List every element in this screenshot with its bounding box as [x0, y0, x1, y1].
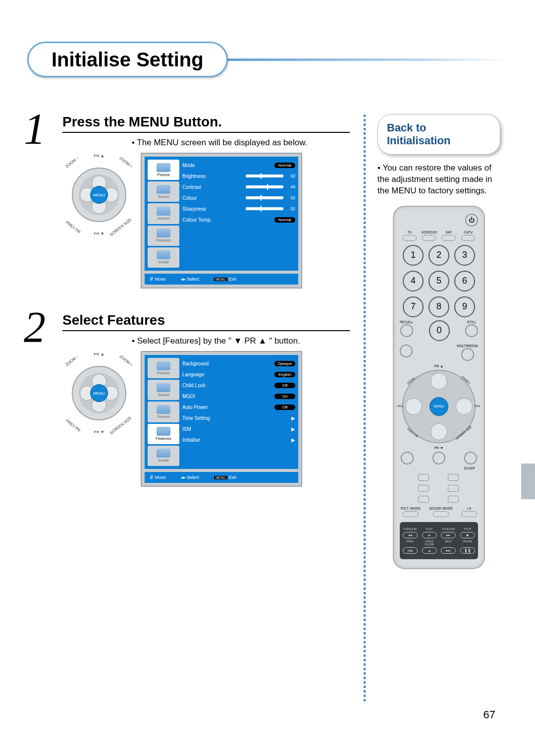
- osd-nav-screen[interactable]: Screen: [148, 203, 179, 224]
- osd-screenshot: PictureSoundScreenFeaturesInstallBackgro…: [141, 351, 302, 487]
- small-button-0[interactable]: [418, 474, 429, 481]
- sidebar-column: Back to Initialisation You can restore t…: [366, 114, 500, 701]
- osd-nav-sound[interactable]: Sound: [148, 181, 179, 202]
- osd-nav-picture[interactable]: Picture: [148, 160, 179, 180]
- step-heading: Select Features: [62, 312, 350, 328]
- pr-down-button[interactable]: [430, 423, 447, 440]
- info-button[interactable]: [400, 345, 413, 357]
- osd-row[interactable]: Colour Temp.Normal: [182, 214, 295, 225]
- digit-3[interactable]: 3: [454, 245, 475, 266]
- osd-row[interactable]: Sharpness32: [182, 203, 295, 214]
- pr-up-button[interactable]: [430, 373, 447, 390]
- osd-row[interactable]: LanguageEnglish: [182, 369, 295, 380]
- title-banner: Initialise Setting: [27, 37, 508, 82]
- dpad-thumbnail: PR ▲ ZOOM –ZOOM + MENU PREV PRSCREEN SIZ…: [64, 351, 134, 435]
- digit-9[interactable]: 9: [454, 296, 475, 317]
- source-tv[interactable]: TV: [400, 231, 420, 241]
- instruction-column: 1 Press the MENU Button. • The MENU scre…: [35, 114, 364, 701]
- menu-button[interactable]: MENU: [90, 186, 108, 204]
- digit-7[interactable]: 7: [403, 296, 424, 317]
- small-button-1[interactable]: [448, 474, 459, 481]
- transport-play[interactable]: ▸: [422, 532, 437, 538]
- recall-button[interactable]: [400, 324, 413, 337]
- osd-row[interactable]: ISM▶: [182, 423, 295, 434]
- osd-nav-sound[interactable]: Sound: [148, 380, 179, 400]
- mute-button[interactable]: [401, 452, 414, 465]
- digit-5[interactable]: 5: [428, 271, 449, 291]
- osd-row[interactable]: Initialise▶: [182, 434, 295, 445]
- vol-down-button[interactable]: [405, 398, 422, 415]
- osd-row[interactable]: Brightness32: [182, 171, 295, 181]
- source-catv[interactable]: CATV: [459, 231, 479, 241]
- step-number: 1: [24, 107, 46, 151]
- osd-row[interactable]: Contrast48: [182, 181, 295, 192]
- dpad-thumbnail: PR ▲ ZOOM –ZOOM + MENU PREV PRSCREEN SIZ…: [64, 153, 134, 237]
- osd-screenshot: PictureSoundScreenFeaturesInstallModeNor…: [141, 153, 302, 289]
- osd-nav-screen[interactable]: Screen: [148, 402, 179, 422]
- transport-pause[interactable]: ❚❚: [460, 547, 475, 554]
- step-number: 2: [24, 305, 46, 349]
- transport-prev[interactable]: |◂◂: [403, 547, 418, 554]
- sound-mode-button[interactable]: [433, 511, 449, 517]
- digit-4[interactable]: 4: [403, 271, 424, 291]
- vol-up-button[interactable]: [456, 398, 473, 415]
- step-bullet: • Select [Features] by the " ▼ PR ▲ " bu…: [132, 336, 350, 346]
- digit-1[interactable]: 1: [403, 245, 424, 266]
- pict-mode-button[interactable]: [403, 511, 419, 517]
- back-to-initialisation-card: Back to Initialisation: [377, 114, 500, 155]
- title-pill: Initialise Setting: [27, 42, 228, 77]
- remote-control-diagram: ⏻ TVVCR/DVDSATCATV 123456789 RECALL 0 ST…: [393, 206, 485, 569]
- restore-note: You can restore the values of the adjust…: [377, 163, 500, 197]
- digit-0[interactable]: 0: [429, 320, 450, 341]
- step-heading: Press the MENU Button.: [62, 114, 350, 130]
- small-button-5[interactable]: [448, 496, 459, 503]
- osd-row[interactable]: Time Setting▶: [182, 412, 295, 423]
- transport-f.r/slow[interactable]: ◂◂: [403, 532, 418, 538]
- transport-next[interactable]: ▸▸|: [441, 547, 456, 554]
- osd-nav-install[interactable]: Install: [148, 247, 179, 268]
- osd-row[interactable]: ModeNormal: [182, 160, 295, 171]
- small-button-3[interactable]: [448, 485, 459, 492]
- step-1: 1 Press the MENU Button. • The MENU scre…: [35, 114, 350, 289]
- menu-button[interactable]: MENU: [90, 384, 108, 402]
- page-number: 67: [483, 708, 495, 721]
- digit-6[interactable]: 6: [454, 271, 475, 291]
- transport-stop[interactable]: ■: [460, 532, 475, 538]
- osd-nav-features[interactable]: Features: [148, 226, 179, 246]
- step-bullet: • The MENU screen will be displayed as b…: [132, 138, 350, 148]
- power-button[interactable]: ⏻: [465, 214, 478, 227]
- step-2: 2 Select Features • Select [Features] by…: [35, 312, 350, 487]
- osd-nav-features[interactable]: Features: [148, 424, 179, 444]
- back-line2: Initialisation: [387, 134, 491, 147]
- small-button-2[interactable]: [418, 485, 429, 492]
- transport-panel: F.R/SLOWPLAYF.F/SLOWSTOP ◂◂▸▸▸■ PREVOPEN…: [400, 522, 478, 559]
- digit-8[interactable]: 8: [428, 296, 449, 317]
- digit-2[interactable]: 2: [428, 245, 449, 266]
- multimedia-button[interactable]: [461, 348, 474, 361]
- osd-row[interactable]: Child LockOff: [182, 380, 295, 391]
- osd-nav-install[interactable]: Install: [148, 446, 179, 466]
- source-vcr/dvd[interactable]: VCR/DVD: [420, 231, 439, 241]
- sleep-button[interactable]: [464, 452, 477, 465]
- still-button[interactable]: [465, 324, 478, 337]
- back-line1: Back to: [387, 121, 491, 134]
- osd-row[interactable]: MGDIOn: [182, 391, 295, 402]
- title-tail-stripe: [217, 58, 508, 61]
- page-title: Initialise Setting: [52, 49, 204, 71]
- source-sat[interactable]: SAT: [439, 231, 459, 241]
- osd-row[interactable]: Auto PowerOff: [182, 402, 295, 412]
- transport-f.f/slow[interactable]: ▸▸: [441, 532, 456, 538]
- aux-button[interactable]: [432, 452, 445, 465]
- menu-button[interactable]: MENU: [429, 397, 448, 416]
- osd-row[interactable]: Colour32: [182, 192, 295, 203]
- small-button-4[interactable]: [418, 496, 429, 503]
- i-ii-button[interactable]: [461, 511, 477, 517]
- osd-nav-picture[interactable]: Picture: [148, 358, 179, 378]
- remote-dpad: ZOOM – ZOOM + MENU PREV PR SCREEN SIZE V…: [402, 370, 476, 443]
- osd-row[interactable]: BackgroundOpaque: [182, 358, 295, 369]
- page-edge-tab: [521, 464, 535, 499]
- transport-open[interactable]: ▴: [422, 547, 437, 554]
